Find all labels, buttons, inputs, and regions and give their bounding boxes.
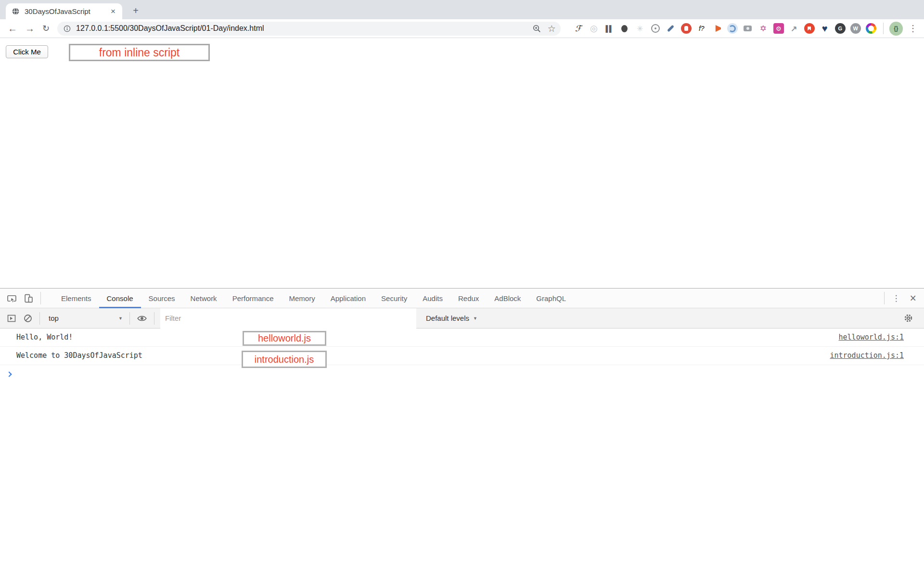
chevron-down-icon: ▼ bbox=[473, 316, 477, 321]
toolbar-separator bbox=[154, 312, 154, 325]
tab-strip: 30DaysOfJavaScript × + bbox=[0, 0, 924, 19]
columns-extension-icon[interactable]: ▌▌ bbox=[604, 23, 615, 34]
forward-button[interactable]: → bbox=[25, 24, 35, 33]
zoom-magnifier-icon[interactable] bbox=[532, 24, 541, 33]
address-bar[interactable]: 127.0.0.1:5500/30DaysOfJavaScript/01-Day… bbox=[57, 22, 561, 36]
inspect-element-icon[interactable] bbox=[7, 293, 17, 303]
tab-performance[interactable]: Performance bbox=[225, 289, 282, 308]
tab-close-icon[interactable]: × bbox=[109, 6, 117, 16]
devtools-close-icon[interactable]: × bbox=[910, 293, 916, 304]
extension-bar: ℱ ◎ ▌▌ ✳ f? ✡ ⚙ ↗ ♥ G W bbox=[568, 23, 876, 34]
pink-gear-extension-icon[interactable]: ⚙ bbox=[773, 23, 784, 34]
tab-security[interactable]: Security bbox=[373, 289, 415, 308]
frame-context-select[interactable]: top ▼ bbox=[46, 314, 123, 322]
bookmark-star-icon[interactable]: ☆ bbox=[548, 23, 556, 34]
settings-gear-icon[interactable] bbox=[903, 313, 913, 323]
tab-console[interactable]: Console bbox=[99, 289, 141, 308]
browser-menu-icon[interactable]: ⋮ bbox=[909, 23, 917, 34]
bookmark-circle-extension-icon[interactable] bbox=[804, 23, 815, 34]
tab-sources[interactable]: Sources bbox=[141, 289, 183, 308]
chevron-down-icon: ▼ bbox=[118, 316, 123, 321]
console-output: Hello, World! helloworld.js:1 Welcome to… bbox=[0, 328, 924, 383]
toolbar-separator bbox=[129, 312, 130, 325]
reload-button[interactable]: ↻ bbox=[42, 24, 50, 33]
console-message: Welcome to 30DaysOfJavaScript bbox=[16, 347, 142, 364]
filter-input[interactable] bbox=[160, 308, 416, 328]
clear-console-icon[interactable] bbox=[23, 314, 33, 323]
source-link[interactable]: helloworld.js:1 bbox=[839, 328, 904, 346]
g-circle-extension-icon[interactable]: G bbox=[835, 23, 846, 34]
megaphone-extension-icon[interactable] bbox=[712, 23, 722, 34]
source-link[interactable]: introduction.js:1 bbox=[830, 347, 904, 364]
profile-avatar[interactable]: {} bbox=[889, 22, 903, 36]
annotation-label: helloworld.js bbox=[243, 331, 326, 346]
browser-window: 30DaysOfJavaScript × + ← → ↻ 127.0.0.1:5… bbox=[0, 0, 924, 578]
heart-search-extension-icon[interactable]: ♥ bbox=[820, 23, 830, 34]
w-circle-extension-icon[interactable]: W bbox=[850, 23, 861, 34]
camera-extension-icon[interactable] bbox=[743, 23, 753, 34]
console-toolbar: top ▼ Default levels ▼ bbox=[0, 308, 924, 328]
info-icon[interactable] bbox=[63, 25, 71, 33]
pink-star-extension-icon[interactable]: ✡ bbox=[758, 23, 769, 34]
tab-redux[interactable]: Redux bbox=[450, 289, 487, 308]
tabbar-separator bbox=[884, 292, 885, 304]
tab-network[interactable]: Network bbox=[183, 289, 225, 308]
tab-memory[interactable]: Memory bbox=[282, 289, 323, 308]
devtools-tab-bar: Elements Console Sources Network Perform… bbox=[0, 289, 924, 308]
snowflake-extension-icon[interactable]: ✳ bbox=[635, 23, 645, 34]
console-log-row: Hello, World! helloworld.js:1 bbox=[0, 328, 924, 347]
console-prompt-chevron-icon bbox=[6, 371, 12, 377]
toolbar-separator bbox=[39, 312, 40, 325]
swirl-extension-icon[interactable] bbox=[727, 23, 738, 34]
tab-elements[interactable]: Elements bbox=[53, 289, 99, 308]
inline-script-box: from inline script bbox=[69, 44, 210, 61]
console-log-row: Welcome to 30DaysOfJavaScript introducti… bbox=[0, 347, 924, 365]
tab-audits[interactable]: Audits bbox=[415, 289, 450, 308]
tab-title: 30DaysOfJavaScript bbox=[25, 7, 109, 15]
annotation-label: introduction.js bbox=[242, 351, 327, 368]
page-viewport: Click Me from inline script bbox=[0, 38, 924, 288]
browser-toolbar: ← → ↻ 127.0.0.1:5500/30DaysOfJavaScript/… bbox=[0, 19, 924, 38]
toolbar-separator bbox=[883, 23, 884, 34]
smiley-ring-extension-icon[interactable] bbox=[650, 23, 661, 34]
back-button[interactable]: ← bbox=[8, 24, 17, 33]
console-sidebar-toggle-icon[interactable] bbox=[7, 314, 16, 323]
device-toolbar-icon[interactable] bbox=[24, 293, 34, 303]
browser-tab[interactable]: 30DaysOfJavaScript × bbox=[6, 3, 122, 19]
orbit-extension-icon[interactable]: ◎ bbox=[589, 23, 599, 34]
filter-input-wrap bbox=[160, 308, 416, 328]
devtools-menu-icon[interactable]: ⋮ bbox=[892, 293, 900, 303]
color-picker-extension-icon[interactable] bbox=[666, 23, 676, 34]
console-message: Hello, World! bbox=[16, 328, 73, 346]
new-tab-button[interactable]: + bbox=[129, 4, 142, 18]
color-ring-extension-icon[interactable] bbox=[866, 23, 876, 34]
stop-hand-extension-icon[interactable] bbox=[681, 23, 692, 34]
url-text: 127.0.0.1:5500/30DaysOfJavaScript/01-Day… bbox=[76, 24, 526, 33]
click-me-button[interactable]: Click Me bbox=[6, 45, 48, 58]
log-levels-value: Default levels bbox=[426, 314, 469, 322]
tabbar-separator bbox=[40, 292, 41, 304]
devtools-panel: Elements Console Sources Network Perform… bbox=[0, 288, 924, 578]
log-levels-select[interactable]: Default levels ▼ bbox=[426, 314, 477, 322]
corner-arrow-extension-icon[interactable]: ↗ bbox=[789, 23, 799, 34]
fonts-script-extension-icon[interactable]: ℱ bbox=[573, 23, 584, 34]
frame-context-value: top bbox=[49, 314, 118, 322]
bug-extension-icon[interactable] bbox=[619, 23, 630, 34]
globe-favicon-icon bbox=[12, 7, 20, 15]
console-prompt[interactable] bbox=[0, 365, 924, 383]
f-question-extension-icon[interactable]: f? bbox=[696, 23, 707, 34]
tab-graphql[interactable]: GraphQL bbox=[528, 289, 574, 308]
eye-icon[interactable] bbox=[137, 313, 147, 324]
tab-adblock[interactable]: AdBlock bbox=[487, 289, 528, 308]
tab-application[interactable]: Application bbox=[323, 289, 373, 308]
